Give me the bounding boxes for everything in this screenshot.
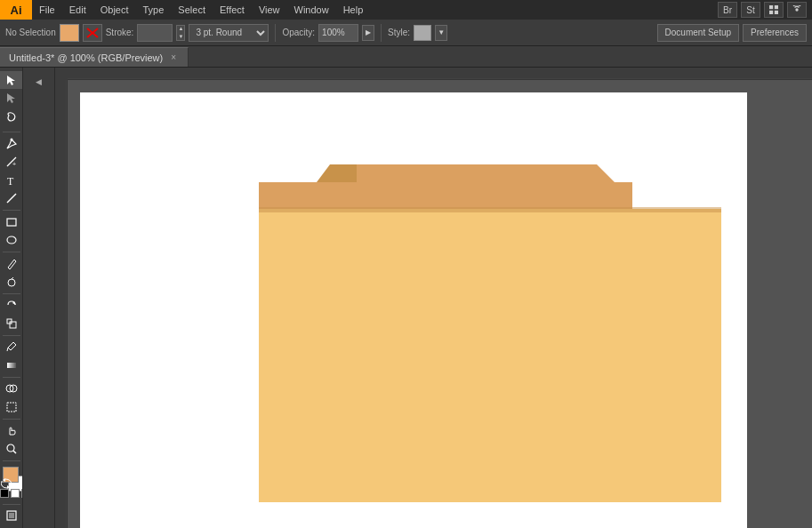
stroke-spinner[interactable]: ▲ ▼: [176, 25, 185, 41]
preferences-button[interactable]: Preferences: [743, 24, 807, 42]
opacity-input[interactable]: [318, 24, 358, 42]
menu-type[interactable]: Type: [136, 0, 172, 20]
color-btn[interactable]: [11, 489, 20, 498]
separator-6: [3, 377, 20, 378]
selection-label: No Selection: [5, 28, 56, 37]
svg-rect-2: [769, 11, 773, 14]
svg-rect-35: [259, 209, 721, 502]
separator-2: [3, 210, 20, 211]
svg-rect-29: [9, 513, 14, 518]
svg-rect-19: [10, 322, 16, 328]
pencil-tool[interactable]: [0, 255, 23, 273]
menu-file[interactable]: File: [32, 0, 62, 20]
shape-builder-tool[interactable]: [0, 380, 23, 398]
main-menu: File Edit Object Type Select Effect View…: [32, 0, 718, 20]
eyedropper-tool[interactable]: [0, 339, 23, 356]
canvas-workspace: [68, 80, 812, 528]
opacity-arrow[interactable]: ▶: [362, 25, 374, 41]
bridge-icon-btn[interactable]: Br: [718, 2, 737, 18]
rectangle-tool[interactable]: [0, 213, 23, 231]
color-swatches: [0, 467, 23, 497]
svg-text:+: +: [12, 161, 16, 167]
menu-select[interactable]: Select: [171, 0, 213, 20]
mini-color-btns: [0, 489, 23, 498]
menu-edit[interactable]: Edit: [62, 0, 93, 20]
lasso-tool[interactable]: [0, 108, 22, 129]
stroke-width-input[interactable]: [137, 24, 173, 42]
none-btn[interactable]: [0, 489, 9, 498]
panel-collapse-btn[interactable]: ◀: [28, 71, 51, 92]
separator-7: [3, 419, 20, 420]
document-setup-button[interactable]: Document Setup: [657, 24, 740, 42]
menu-help[interactable]: Help: [336, 0, 371, 20]
menu-object[interactable]: Object: [93, 0, 136, 20]
menu-right-icons: Br St: [718, 2, 812, 18]
stroke-icon[interactable]: [83, 24, 102, 42]
menu-bar: Ai File Edit Object Type Select Effect V…: [0, 0, 812, 20]
style-swatch[interactable]: [414, 25, 431, 41]
svg-point-9: [10, 138, 12, 140]
draw-mode-btn[interactable]: [0, 507, 23, 524]
svg-line-21: [7, 348, 8, 351]
ruler-corner: [55, 68, 68, 80]
broadcast-btn[interactable]: [787, 2, 807, 18]
stroke-label: Stroke:: [106, 28, 134, 37]
separator-3: [3, 252, 20, 252]
type-tool[interactable]: T: [0, 172, 23, 189]
opacity-label: Opacity:: [282, 28, 315, 37]
svg-rect-13: [7, 219, 16, 226]
selection-tool[interactable]: [0, 71, 23, 89]
svg-line-15: [8, 268, 10, 269]
svg-marker-7: [7, 76, 15, 85]
main-content: + T: [0, 68, 812, 528]
menu-window[interactable]: Window: [287, 0, 336, 20]
folder-svg: [259, 129, 730, 511]
left-toolbar: + T: [0, 68, 23, 528]
svg-line-27: [13, 451, 16, 453]
swap-icon[interactable]: [1, 478, 12, 489]
app-logo: Ai: [0, 0, 32, 20]
svg-line-12: [7, 194, 16, 203]
workspace-grid-btn[interactable]: [764, 2, 784, 18]
stroke-type-select[interactable]: 3 pt. Round: [189, 24, 269, 42]
scale-tool[interactable]: [0, 315, 23, 332]
blob-brush-tool[interactable]: [0, 273, 23, 291]
pen-tool[interactable]: [0, 135, 23, 153]
divider-1: [275, 24, 276, 42]
svg-point-14: [7, 236, 16, 244]
svg-line-17: [12, 277, 13, 279]
svg-rect-3: [775, 11, 778, 14]
separator-5: [3, 335, 20, 336]
svg-rect-1: [775, 5, 778, 9]
menu-effect[interactable]: Effect: [213, 0, 252, 20]
svg-marker-8: [7, 93, 15, 103]
ruler-horizontal: [55, 68, 812, 80]
direct-selection-tool[interactable]: [0, 90, 23, 108]
line-tool[interactable]: [0, 190, 23, 208]
style-arrow[interactable]: ▼: [435, 25, 447, 41]
hand-tool[interactable]: [0, 421, 23, 439]
artboard-tool[interactable]: [0, 398, 23, 416]
document-tab[interactable]: Untitled-3* @ 100% (RGB/Preview) ×: [0, 47, 189, 67]
rotate-tool[interactable]: [0, 297, 23, 315]
svg-point-26: [7, 444, 14, 452]
svg-rect-22: [7, 363, 16, 368]
canvas-area[interactable]: [55, 68, 812, 528]
gradient-tool[interactable]: [0, 356, 23, 374]
svg-rect-0: [769, 5, 773, 9]
fill-swatch[interactable]: [60, 24, 79, 42]
tool-row-lasso: [0, 108, 22, 129]
stock-icon-btn[interactable]: St: [741, 2, 760, 18]
options-bar: No Selection Stroke: ▲ ▼ 3 pt. Round Opa…: [0, 20, 812, 46]
svg-point-16: [8, 279, 15, 286]
tab-bar: Untitled-3* @ 100% (RGB/Preview) ×: [0, 46, 812, 68]
add-anchor-tool[interactable]: +: [0, 153, 23, 171]
svg-rect-36: [259, 207, 721, 212]
separator-4: [3, 293, 20, 294]
ellipse-tool[interactable]: [0, 231, 23, 249]
zoom-tool[interactable]: [0, 440, 23, 458]
svg-text:T: T: [7, 175, 14, 187]
tab-close-button[interactable]: ×: [168, 52, 179, 63]
separator-9: [3, 504, 20, 505]
menu-view[interactable]: View: [252, 0, 287, 20]
